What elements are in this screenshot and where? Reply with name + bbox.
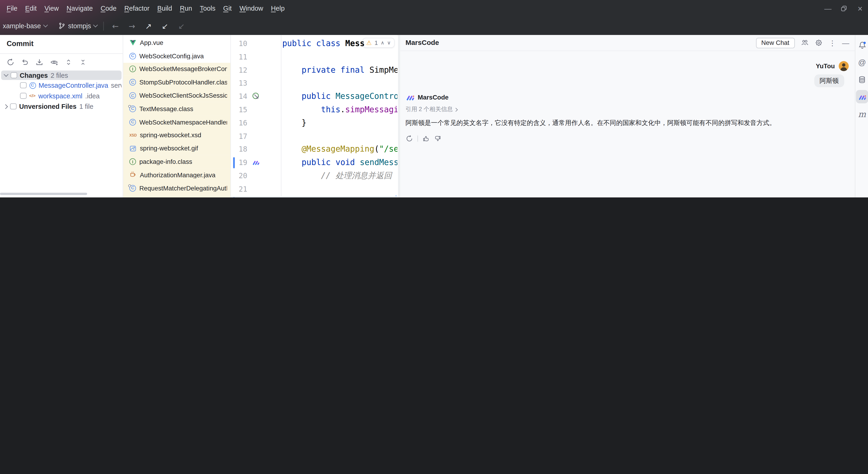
menu-navigate[interactable]: Navigate (63, 2, 97, 14)
java-file-icon (129, 171, 136, 178)
editor-line[interactable]: 14public MessageContro (230, 90, 397, 103)
editor-tab[interactable]: AbstractSecurityWebSocketMessageBr (123, 195, 230, 198)
changes-label: Changes (20, 71, 48, 79)
restore-window-icon[interactable] (836, 0, 852, 17)
editor-line[interactable]: 16} (230, 117, 397, 130)
menu-build[interactable]: Build (153, 2, 176, 14)
chevron-down-icon[interactable] (4, 72, 8, 77)
regenerate-icon[interactable] (405, 135, 413, 142)
thumbs-down-icon[interactable] (434, 135, 441, 142)
window-controls: — × (820, 0, 868, 17)
horizontal-scrollbar[interactable] (0, 193, 87, 195)
menu-window[interactable]: Window (236, 2, 267, 14)
navigate-down-left-dashed-icon[interactable]: ↙ (173, 21, 190, 30)
editor-line[interactable]: 21 (230, 183, 397, 196)
menu-code[interactable]: Code (97, 2, 120, 14)
changed-file-row[interactable]: </> workspace.xml .idea (1, 90, 122, 101)
code-text: this.simpMessagi (282, 103, 397, 116)
more-options-icon[interactable]: ⋮ (829, 39, 836, 47)
assistant-message: MarsCode 引用 2 个相关信息 阿斯顿是一个常见的英文名字，它没有特定的… (405, 93, 844, 142)
editor-tab[interactable]: CTextMessage.class (123, 102, 230, 116)
editor-tab[interactable]: CWebSocketConfig.java (123, 49, 230, 62)
menu-help[interactable]: Help (267, 2, 289, 14)
editor-tab-list: App.vueCWebSocketConfig.javaIWebSocketMe… (123, 35, 230, 198)
main-menu: FileEditViewNavigateCodeRefactorBuildRun… (0, 2, 288, 14)
unversioned-files-row[interactable]: Unversioned Files 1 file (1, 101, 122, 112)
changes-count: 2 files (51, 71, 68, 79)
editor-tab[interactable]: CRequestMatcherDelegatingAuthorizati (123, 181, 230, 195)
editor-tab[interactable]: App.vue (123, 36, 230, 49)
menu-view[interactable]: View (40, 2, 63, 14)
unversioned-checkbox[interactable] (10, 103, 17, 110)
expand-all-icon[interactable] (63, 57, 74, 67)
preview-diff-icon[interactable] (48, 57, 59, 67)
back-button[interactable]: ← (107, 21, 124, 30)
main-area: Commit Changes 2 files C (0, 35, 855, 198)
citation-link[interactable]: 引用 2 个相关信息 (405, 106, 844, 113)
editor-tab[interactable]: CStompSubProtocolHandler.class (123, 76, 230, 89)
chevron-right-icon[interactable] (3, 104, 8, 109)
changed-file-row[interactable]: C MessageController.java server\src\ (1, 80, 122, 91)
tab-label: App.vue (140, 39, 163, 46)
menu-refactor[interactable]: Refactor (121, 2, 153, 14)
file-checkbox[interactable] (20, 93, 26, 99)
title-bar: FileEditViewNavigateCodeRefactorBuildRun… (0, 0, 868, 17)
thumbs-up-icon[interactable] (422, 135, 429, 142)
editor-tab[interactable]: spring-websocket.gif (123, 142, 230, 155)
editor-tab[interactable]: Ipackage-info.class (123, 155, 230, 168)
editor-line[interactable]: 11 (230, 51, 397, 64)
editor-tab[interactable]: XSDspring-websocket.xsd (123, 129, 230, 142)
collapse-all-icon[interactable] (77, 57, 88, 67)
menu-git[interactable]: Git (219, 2, 236, 14)
xml-file-icon: </> (29, 93, 36, 98)
notifications-button[interactable] (855, 41, 868, 50)
changes-group-row[interactable]: Changes 2 files (1, 70, 122, 80)
branch-name: stompjs (68, 22, 91, 30)
new-chat-button[interactable]: New Chat (756, 37, 795, 48)
refresh-icon[interactable] (5, 57, 16, 67)
marscode-gutter-icon[interactable] (252, 158, 259, 168)
rollback-icon[interactable] (20, 57, 31, 67)
panel-divider[interactable] (398, 35, 400, 198)
editor-line[interactable]: 12private final SimpMe (230, 64, 397, 77)
marscode-stripe-button[interactable] (856, 90, 868, 103)
spring-bean-gutter-icon[interactable] (252, 92, 260, 102)
editor-tab[interactable]: CWebSocketNamespaceHandler.class (123, 116, 230, 129)
navigate-down-left-icon[interactable]: ↙ (157, 21, 173, 30)
database-icon[interactable] (855, 76, 868, 84)
chat-history-icon[interactable] (801, 39, 809, 47)
menu-file[interactable]: File (3, 2, 21, 14)
file-checkbox[interactable] (20, 82, 26, 89)
editor-tab[interactable]: AuthorizationManager.java (123, 168, 230, 181)
menu-edit[interactable]: Edit (21, 2, 40, 14)
editor-line[interactable]: 17 (230, 130, 397, 143)
code-editor[interactable]: ⚠ 1 ∧ ∨ 10public class Mess1112private f… (230, 35, 397, 198)
editor-line[interactable]: 20// 处理消息并返回 (230, 170, 397, 183)
editor-tab[interactable]: CWebSocketClientSockJsSession.class (123, 89, 230, 102)
tab-label: StompSubProtocolHandler.class (139, 79, 227, 86)
java-interface-icon: I (129, 66, 136, 72)
editor-line[interactable]: 19public void sendMess (230, 156, 397, 170)
ai-assistant-icon[interactable]: @ (855, 58, 868, 67)
changes-checkbox[interactable] (11, 72, 17, 79)
vcs-branch-widget[interactable]: stompjs (55, 20, 100, 32)
code-text: public void sendMess (282, 156, 397, 170)
shelve-icon[interactable] (34, 57, 45, 67)
marscode-panel: MarsCode New Chat ⋮ — YuTou 阿斯顿 (400, 35, 855, 198)
maven-stripe-icon[interactable]: m (855, 110, 868, 119)
navigate-up-right-icon[interactable]: ↗ (140, 21, 157, 30)
editor-line[interactable]: 13 (230, 77, 397, 90)
menu-run[interactable]: Run (176, 2, 196, 14)
menu-tools[interactable]: Tools (196, 2, 219, 14)
editor-line[interactable]: 22simpMessagingTem (230, 196, 397, 198)
close-window-icon[interactable]: × (852, 0, 868, 17)
editor-line[interactable]: 18@MessageMapping("/se (230, 143, 397, 156)
editor-line[interactable]: 10public class Mess (230, 37, 397, 51)
marscode-settings-icon[interactable] (815, 39, 823, 47)
forward-button[interactable]: → (124, 21, 140, 30)
editor-tab[interactable]: IWebSocketMessageBrokerConfigurer.cl (123, 62, 230, 76)
editor-line[interactable]: 15this.simpMessagi (230, 103, 397, 116)
minimize-window-icon[interactable]: — (820, 0, 836, 17)
hide-panel-icon[interactable]: — (842, 39, 849, 47)
project-widget[interactable]: xample-base (0, 20, 50, 32)
